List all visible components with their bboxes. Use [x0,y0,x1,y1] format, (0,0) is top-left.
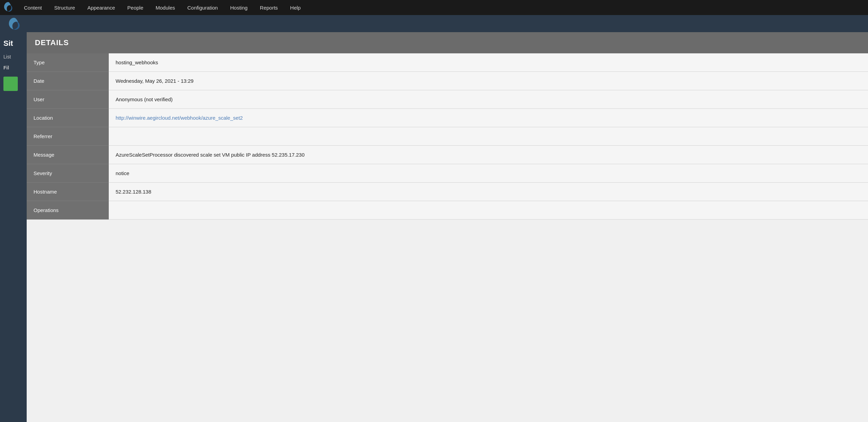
table-row-severity: Severity notice [27,164,868,183]
nav-item-help[interactable]: Help [284,0,307,15]
table-row-referrer: Referrer [27,127,868,146]
sidebar-filter-label: Fil [0,62,27,73]
nav-menu: Content Structure Appearance People Modu… [18,0,307,15]
nav-link-reports[interactable]: Reports [254,0,284,15]
site-logo [3,1,15,14]
table-row-date: Date Wednesday, May 26, 2021 - 13:29 [27,72,868,90]
location-link[interactable]: http://winwire.aegircloud.net/webhook/az… [116,115,243,121]
nav-item-content[interactable]: Content [18,0,48,15]
value-referrer [109,127,868,146]
table-row-hostname: Hostname 52.232.128.138 [27,183,868,201]
table-row-message: Message AzureScaleSetProcessor discovere… [27,146,868,164]
table-row-type: Type hosting_webhooks [27,53,868,72]
nav-item-appearance[interactable]: Appearance [81,0,121,15]
nav-link-content[interactable]: Content [18,0,48,15]
value-hostname: 52.232.128.138 [109,183,868,201]
secondary-bar [0,15,868,32]
label-user: User [27,90,109,109]
nav-link-configuration[interactable]: Configuration [181,0,224,15]
nav-link-hosting[interactable]: Hosting [224,0,254,15]
nav-link-people[interactable]: People [121,0,149,15]
nav-item-people[interactable]: People [121,0,149,15]
nav-link-help[interactable]: Help [284,0,307,15]
nav-item-configuration[interactable]: Configuration [181,0,224,15]
details-panel: DETAILS Type hosting_webhooks Date Wedne… [27,32,868,422]
value-message: AzureScaleSetProcessor discovered scale … [109,146,868,164]
details-table: Type hosting_webhooks Date Wednesday, Ma… [27,53,868,220]
table-row-user: User Anonymous (not verified) [27,90,868,109]
nav-item-hosting[interactable]: Hosting [224,0,254,15]
label-date: Date [27,72,109,90]
label-referrer: Referrer [27,127,109,146]
nav-link-structure[interactable]: Structure [48,0,81,15]
table-row-location: Location http://winwire.aegircloud.net/w… [27,109,868,127]
nav-link-modules[interactable]: Modules [149,0,181,15]
details-header: DETAILS [27,32,868,53]
value-location: http://winwire.aegircloud.net/webhook/az… [109,109,868,127]
nav-link-appearance[interactable]: Appearance [81,0,121,15]
label-type: Type [27,53,109,72]
main-content: Sit List Fil DETAILS Type hosting_webhoo… [0,32,868,422]
label-message: Message [27,146,109,164]
details-title: DETAILS [35,38,860,47]
value-severity: notice [109,164,868,183]
secondary-logo [5,15,23,32]
nav-item-modules[interactable]: Modules [149,0,181,15]
sidebar: Sit List Fil [0,32,27,422]
sidebar-green-button[interactable] [3,77,18,91]
label-hostname: Hostname [27,183,109,201]
sidebar-list-label: List [0,51,27,62]
value-user: Anonymous (not verified) [109,90,868,109]
sidebar-site-label: Sit [0,32,27,51]
value-operations [109,201,868,220]
value-type: hosting_webhooks [109,53,868,72]
nav-item-structure[interactable]: Structure [48,0,81,15]
label-location: Location [27,109,109,127]
top-navigation: Content Structure Appearance People Modu… [0,0,868,15]
label-operations: Operations [27,201,109,220]
nav-item-reports[interactable]: Reports [254,0,284,15]
value-date: Wednesday, May 26, 2021 - 13:29 [109,72,868,90]
table-row-operations: Operations [27,201,868,220]
label-severity: Severity [27,164,109,183]
